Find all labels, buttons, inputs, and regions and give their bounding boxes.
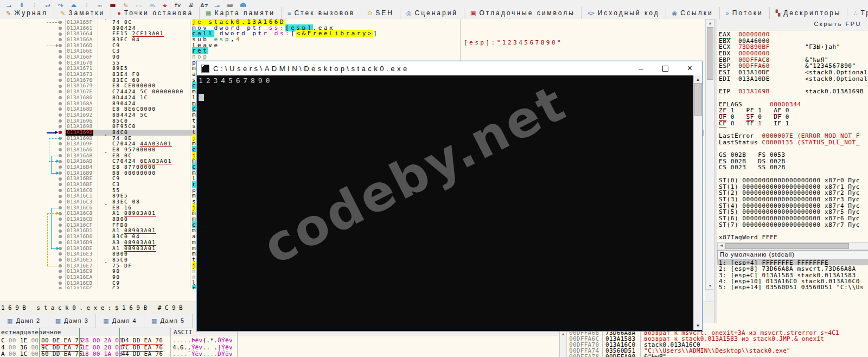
tab-memmap[interactable]: ▦Карта памяти — [200, 7, 282, 19]
export-icon[interactable]: ⇥ — [210, 0, 224, 8]
hexdump-rows[interactable]: C 00 1E 0000 DE EA 7628 00 2A 00D4 DD EA… — [0, 336, 559, 357]
step-over-icon[interactable]: ↷ — [54, 0, 67, 8]
register-line[interactable]: EIP 013A169B stack0.013A169B — [719, 88, 868, 95]
fx-icon[interactable]: ƒx — [171, 0, 184, 8]
register-line[interactable]: x87TagWord FFFF — [719, 234, 868, 241]
swap-arrows-icon[interactable]: ⇄ — [41, 0, 54, 8]
calling-convention-select[interactable]: По умолчанию (stdcall) — [717, 250, 868, 259]
console-output-text: 1234567890 — [199, 76, 273, 85]
jump-line — [51, 248, 56, 249]
scroll-down-icon[interactable]: ▼ — [706, 284, 714, 288]
text-token: 1C — [20, 350, 31, 357]
console-titlebar[interactable]: C:\Users\ADMIN\Desktop\stack0.exe – × — [197, 61, 702, 75]
dump-tab[interactable]: ▦Дамп 5 — [144, 314, 193, 328]
tab-notes[interactable]: ✎Заметки — [54, 7, 111, 19]
tab-handles[interactable]: ▚Дескрипторы — [770, 7, 848, 19]
user-icon[interactable]: ☻ — [237, 0, 250, 8]
link-icon[interactable]: ∞ — [93, 0, 106, 8]
journal-icon: ✎ — [6, 10, 11, 17]
text-token: stack0.013A169B — [770, 88, 864, 95]
stack-arg-row[interactable]: 2: [esp+8] 73D66A8A msvcrt.73D66A8A — [717, 265, 868, 271]
dump-tab-icon: ▦ — [103, 317, 108, 324]
scroll-left-icon[interactable]: ◄ — [719, 243, 724, 248]
register-lines: EAX 00000000EBX 00A46000ECX 73D890BF "ГЗ… — [719, 31, 868, 241]
stack-arg-row[interactable]: 3: [esp+C] 013A1583 stack0.013A1583 — [717, 272, 868, 278]
text-token: 00 — [9, 337, 20, 344]
minimize-button[interactable]: – — [629, 61, 653, 75]
stack-row[interactable]: 00DFFA7800DFFA98&"ЬыЯ" — [559, 354, 868, 357]
register-line[interactable]: LastStatus C0000135 (STATUS_DLL_NOT_ — [719, 139, 868, 146]
scroll-up-icon[interactable]: ▲ — [706, 21, 714, 25]
patch-icon[interactable]: ✎ — [119, 0, 132, 8]
calculator-icon[interactable]: ▦ — [224, 0, 237, 8]
disasm-row[interactable]: 013A1664FF15 2CF13A01call dword ptr ds:[… — [0, 31, 704, 37]
registers-panel[interactable]: Скрыть FPU EAX 00000000EBX 00A46000ECX 7… — [717, 19, 868, 323]
text-token: CS 0023 SS 002B — [719, 164, 786, 171]
disasm-row[interactable]: 013A166DC9leave — [0, 43, 704, 49]
tab-journal[interactable]: ✎Журнал — [0, 7, 54, 19]
scrollbar-thumb[interactable] — [707, 27, 713, 80]
register-line[interactable]: EDI 013A10DE <stack0.OptionalH — [719, 76, 868, 82]
text-token: ST(7) 00000000000000000000 x87r7 Пус — [719, 221, 860, 228]
registers-hscrollbar[interactable]: ◄ — [717, 242, 868, 250]
close-button[interactable]: × — [678, 61, 702, 75]
dots-icon[interactable]: ⋮ — [28, 0, 41, 8]
stack-rows: 00DFFA6873D66A8Aвозврат к msvcrt._onexit… — [559, 330, 868, 357]
tab-callstack[interactable]: ≡Стек вызовов — [282, 7, 361, 19]
globe-icon[interactable]: ◎ — [145, 0, 158, 8]
console-window[interactable]: C:\Users\ADMIN\Desktop\stack0.exe – × 12… — [196, 61, 703, 331]
group-divider — [119, 328, 120, 357]
disasm-row[interactable]: 013A165Fˇ74 0Cje stack0.13A166D — [0, 20, 704, 25]
label-az-icon[interactable]: Az — [197, 0, 210, 8]
hexdump-row[interactable]: A 00 1C 0060 DD EA 7618 00 1A 0044 DD EA… — [0, 351, 559, 357]
tab-script[interactable]: ◎Сценарий — [400, 7, 464, 19]
disasm-row[interactable]: 013A166A83EC 04sub esp,4 — [0, 37, 704, 43]
register-line[interactable]: CS 0023 SS 002B — [719, 164, 868, 171]
text-token: D4 DD EA 76 — [122, 337, 163, 345]
stack-arg-row[interactable]: 5: [esp+14] 03560D51 03560D51 "C:\\Us — [717, 284, 868, 290]
run-arrow-icon[interactable]: → — [2, 0, 15, 8]
comment-cell[interactable]: [esp]:"1234567890" — [464, 39, 563, 46]
scrollbar-thumb[interactable] — [694, 83, 702, 116]
stack-arg-row[interactable]: 4: [esp+10] 013A16C0 stack0.013A16C0 — [717, 278, 868, 284]
tab-trace[interactable]: ∴Трассировка — [847, 7, 868, 19]
dump-tab[interactable]: ▦Дамп 2 — [0, 314, 48, 328]
jump-line — [49, 138, 49, 162]
group-divider — [39, 328, 40, 357]
hide-fpu-button[interactable]: Скрыть FPU — [814, 21, 861, 27]
hash-icon[interactable]: # — [184, 0, 197, 8]
tab-breakpoints[interactable]: ●Точки останова — [111, 7, 200, 19]
dump-tab[interactable]: ▦Дамп 3 — [48, 314, 97, 328]
dump-tab[interactable]: ▦Дамп 4 — [96, 314, 144, 328]
tab-symbols[interactable]: ▣Отладочные символы — [464, 7, 582, 19]
text-token: ds: — [275, 30, 291, 37]
text-token: ] — [373, 30, 379, 37]
jump-direction-icon: ˇ — [104, 204, 107, 210]
console-title: C:\Users\ADMIN\Desktop\stack0.exe — [213, 65, 629, 73]
disasm-row[interactable]: 013A166EC3ret — [0, 48, 704, 54]
text-token: C — [1, 337, 9, 344]
stack-arg-row[interactable]: 1: [esp+4] FFFFFFFE FFFFFFFE — [717, 259, 868, 265]
disasm-row[interactable]: 013A166F90nop — [0, 54, 704, 60]
pause-icon[interactable]: ‖ — [15, 0, 28, 8]
comment-bubble-icon[interactable]: ▭ — [132, 0, 145, 8]
favorite-icon[interactable]: ★ — [158, 0, 171, 8]
register-line[interactable]: ST(7) 00000000000000000000 x87r7 Пус — [719, 222, 868, 228]
handles-icon: ▚ — [776, 10, 780, 17]
scrollbar-thumb[interactable] — [725, 243, 849, 249]
maximize-button[interactable] — [653, 61, 678, 75]
tab-threads[interactable]: »Потоки — [720, 7, 770, 19]
diamond-icon[interactable]: ◆ — [67, 0, 80, 8]
text-token: 44 DD EA 76 — [122, 350, 163, 357]
tab-label: Точки останова — [124, 9, 193, 17]
register-line[interactable]: CF 0 TF 1 IF 1 — [719, 120, 868, 127]
tab-seh[interactable]: ⊙SEH — [361, 7, 400, 19]
calling-convention-value: По умолчанию (stdcall) — [720, 251, 795, 258]
dots2-icon[interactable]: ⋮ — [80, 0, 93, 8]
scroll-up-icon[interactable]: ▲ — [694, 77, 702, 82]
scroll-down-icon[interactable]: ▼ — [694, 323, 702, 328]
tab-source[interactable]: <>Исходный код — [582, 7, 666, 19]
console-scrollbar[interactable]: ▲ ▼ — [693, 75, 702, 330]
tab-refs[interactable]: ◉Ссылки — [666, 7, 720, 19]
breakpoint-box-icon[interactable]: ■ — [106, 0, 119, 8]
